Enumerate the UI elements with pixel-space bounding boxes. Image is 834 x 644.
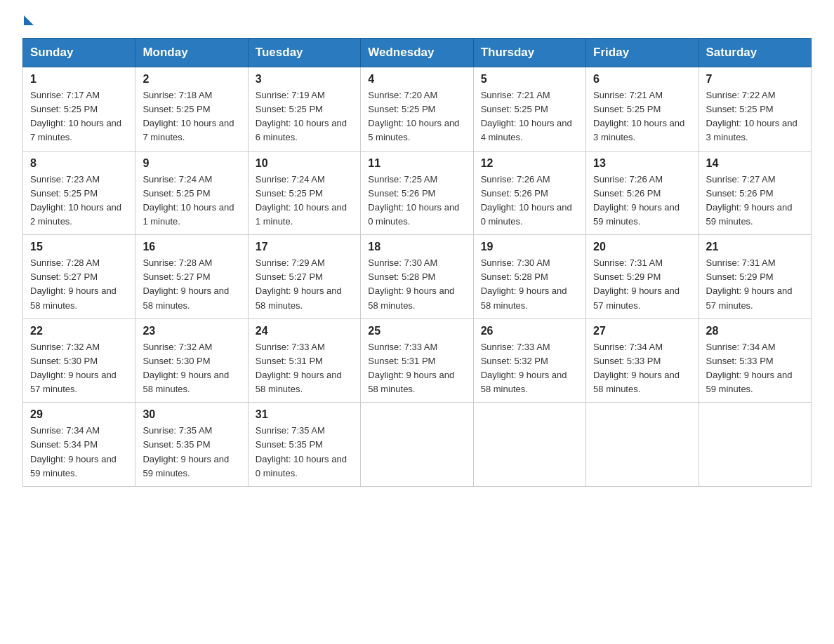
day-info: Sunrise: 7:32 AMSunset: 5:30 PMDaylight:… [143,342,229,394]
header-monday: Monday [135,39,248,67]
day-number: 12 [481,157,578,170]
calendar-cell: 21 Sunrise: 7:31 AMSunset: 5:29 PMDaylig… [699,235,811,319]
day-number: 19 [481,241,578,253]
day-info: Sunrise: 7:21 AMSunset: 5:25 PMDaylight:… [593,90,684,142]
day-number: 28 [706,325,804,337]
day-number: 25 [368,325,465,337]
day-number: 6 [593,73,691,86]
day-info: Sunrise: 7:19 AMSunset: 5:25 PMDaylight:… [256,90,347,142]
day-info: Sunrise: 7:31 AMSunset: 5:29 PMDaylight:… [706,257,793,310]
calendar-cell [586,403,699,487]
calendar-cell [699,403,811,487]
day-info: Sunrise: 7:24 AMSunset: 5:25 PMDaylight:… [256,174,347,227]
day-number: 7 [706,73,804,86]
calendar-cell: 31 Sunrise: 7:35 AMSunset: 5:35 PMDaylig… [248,403,360,487]
calendar-cell: 25 Sunrise: 7:33 AMSunset: 5:31 PMDaylig… [361,318,473,403]
calendar-cell: 23 Sunrise: 7:32 AMSunset: 5:30 PMDaylig… [135,318,248,403]
day-info: Sunrise: 7:33 AMSunset: 5:31 PMDaylight:… [368,342,454,394]
day-number: 30 [143,408,240,421]
day-number: 24 [256,325,353,337]
header-friday: Friday [586,39,699,67]
day-number: 22 [30,325,128,337]
day-info: Sunrise: 7:28 AMSunset: 5:27 PMDaylight:… [30,257,117,310]
header-wednesday: Wednesday [361,39,473,67]
day-number: 31 [256,408,353,421]
calendar-cell: 18 Sunrise: 7:30 AMSunset: 5:28 PMDaylig… [361,235,473,319]
calendar-cell: 15 Sunrise: 7:28 AMSunset: 5:27 PMDaylig… [23,235,135,319]
calendar-cell: 17 Sunrise: 7:29 AMSunset: 5:27 PMDaylig… [248,235,360,319]
day-info: Sunrise: 7:24 AMSunset: 5:25 PMDaylight:… [143,174,234,227]
day-info: Sunrise: 7:26 AMSunset: 5:26 PMDaylight:… [481,174,572,227]
day-info: Sunrise: 7:17 AMSunset: 5:25 PMDaylight:… [30,90,121,142]
calendar-cell: 1 Sunrise: 7:17 AMSunset: 5:25 PMDayligh… [23,67,135,152]
day-info: Sunrise: 7:35 AMSunset: 5:35 PMDaylight:… [143,425,229,478]
day-info: Sunrise: 7:20 AMSunset: 5:25 PMDaylight:… [368,90,459,142]
week-row-3: 15 Sunrise: 7:28 AMSunset: 5:27 PMDaylig… [23,235,812,319]
day-number: 8 [30,157,128,170]
calendar-cell: 2 Sunrise: 7:18 AMSunset: 5:25 PMDayligh… [135,67,248,152]
calendar-cell: 24 Sunrise: 7:33 AMSunset: 5:31 PMDaylig… [248,318,360,403]
calendar-cell [361,403,473,487]
calendar-cell: 28 Sunrise: 7:34 AMSunset: 5:33 PMDaylig… [699,318,811,403]
week-row-1: 1 Sunrise: 7:17 AMSunset: 5:25 PMDayligh… [23,67,812,152]
day-number: 29 [30,408,128,421]
day-info: Sunrise: 7:30 AMSunset: 5:28 PMDaylight:… [368,257,454,310]
calendar-header-row: SundayMondayTuesdayWednesdayThursdayFrid… [23,39,812,67]
day-number: 20 [593,241,691,253]
day-number: 17 [256,241,353,253]
day-number: 3 [256,73,353,86]
day-number: 26 [481,325,578,337]
day-info: Sunrise: 7:18 AMSunset: 5:25 PMDaylight:… [143,90,234,142]
day-info: Sunrise: 7:34 AMSunset: 5:33 PMDaylight:… [593,342,680,394]
day-number: 14 [706,157,804,170]
calendar-cell: 4 Sunrise: 7:20 AMSunset: 5:25 PMDayligh… [361,67,473,152]
day-info: Sunrise: 7:21 AMSunset: 5:25 PMDaylight:… [481,90,572,142]
calendar-cell: 9 Sunrise: 7:24 AMSunset: 5:25 PMDayligh… [135,151,248,235]
day-number: 27 [593,325,691,337]
calendar-table: SundayMondayTuesdayWednesdayThursdayFrid… [22,38,812,487]
calendar-cell: 14 Sunrise: 7:27 AMSunset: 5:26 PMDaylig… [699,151,811,235]
page-header [22,17,812,27]
calendar-cell: 12 Sunrise: 7:26 AMSunset: 5:26 PMDaylig… [473,151,585,235]
day-info: Sunrise: 7:28 AMSunset: 5:27 PMDaylight:… [143,257,229,310]
calendar-cell: 3 Sunrise: 7:19 AMSunset: 5:25 PMDayligh… [248,67,360,152]
day-number: 16 [143,241,240,253]
calendar-cell: 30 Sunrise: 7:35 AMSunset: 5:35 PMDaylig… [135,403,248,487]
day-number: 18 [368,241,465,253]
header-thursday: Thursday [473,39,585,67]
calendar-cell: 6 Sunrise: 7:21 AMSunset: 5:25 PMDayligh… [586,67,699,152]
day-info: Sunrise: 7:31 AMSunset: 5:29 PMDaylight:… [593,257,680,310]
calendar-cell: 19 Sunrise: 7:30 AMSunset: 5:28 PMDaylig… [473,235,585,319]
day-info: Sunrise: 7:35 AMSunset: 5:35 PMDaylight:… [256,425,347,478]
day-info: Sunrise: 7:32 AMSunset: 5:30 PMDaylight:… [30,342,117,394]
day-number: 9 [143,157,240,170]
day-info: Sunrise: 7:30 AMSunset: 5:28 PMDaylight:… [481,257,567,310]
calendar-cell: 7 Sunrise: 7:22 AMSunset: 5:25 PMDayligh… [699,67,811,152]
day-number: 15 [30,241,128,253]
day-info: Sunrise: 7:29 AMSunset: 5:27 PMDaylight:… [256,257,342,310]
calendar-cell: 13 Sunrise: 7:26 AMSunset: 5:26 PMDaylig… [586,151,699,235]
day-number: 2 [143,73,240,86]
week-row-5: 29 Sunrise: 7:34 AMSunset: 5:34 PMDaylig… [23,403,812,487]
calendar-cell: 8 Sunrise: 7:23 AMSunset: 5:25 PMDayligh… [23,151,135,235]
day-number: 21 [706,241,804,253]
calendar-cell [473,403,585,487]
calendar-cell: 10 Sunrise: 7:24 AMSunset: 5:25 PMDaylig… [248,151,360,235]
calendar-cell: 20 Sunrise: 7:31 AMSunset: 5:29 PMDaylig… [586,235,699,319]
day-info: Sunrise: 7:23 AMSunset: 5:25 PMDaylight:… [30,174,121,227]
week-row-4: 22 Sunrise: 7:32 AMSunset: 5:30 PMDaylig… [23,318,812,403]
calendar-cell: 26 Sunrise: 7:33 AMSunset: 5:32 PMDaylig… [473,318,585,403]
day-number: 5 [481,73,578,86]
day-info: Sunrise: 7:33 AMSunset: 5:32 PMDaylight:… [481,342,567,394]
day-info: Sunrise: 7:26 AMSunset: 5:26 PMDaylight:… [593,174,680,227]
logo [22,17,34,27]
logo-triangle-icon [24,15,34,25]
day-info: Sunrise: 7:27 AMSunset: 5:26 PMDaylight:… [706,174,793,227]
week-row-2: 8 Sunrise: 7:23 AMSunset: 5:25 PMDayligh… [23,151,812,235]
calendar-cell: 16 Sunrise: 7:28 AMSunset: 5:27 PMDaylig… [135,235,248,319]
day-number: 1 [30,73,128,86]
calendar-cell: 27 Sunrise: 7:34 AMSunset: 5:33 PMDaylig… [586,318,699,403]
calendar-cell: 5 Sunrise: 7:21 AMSunset: 5:25 PMDayligh… [473,67,585,152]
day-info: Sunrise: 7:22 AMSunset: 5:25 PMDaylight:… [706,90,797,142]
header-sunday: Sunday [23,39,135,67]
